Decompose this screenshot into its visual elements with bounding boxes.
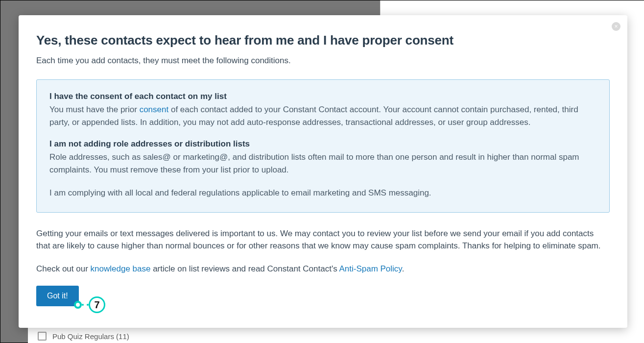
checkbox-icon[interactable] (38, 332, 47, 341)
consent-heading: I have the consent of each contact on my… (49, 92, 596, 101)
modal-subtitle: Each time you add contacts, they must me… (36, 56, 610, 66)
close-icon[interactable]: × (612, 22, 620, 31)
modal-title: Yes, these contacts expect to hear from … (36, 33, 610, 48)
consent-text-pre: You must have the prior (49, 105, 140, 114)
checkout-mid: article on list reviews and read Constan… (150, 264, 339, 273)
knowledge-base-link[interactable]: knowledge base (91, 264, 151, 273)
list-item-label: Pub Quiz Regulars (11) (52, 332, 129, 341)
anti-spam-policy-link[interactable]: Anti-Spam Policy (339, 264, 402, 273)
delivery-paragraph: Getting your emails or text messages del… (36, 227, 610, 252)
consent-paragraph: You must have the prior consent of each … (49, 103, 596, 128)
checkout-pre: Check out our (36, 264, 91, 273)
checkout-paragraph: Check out our knowledge base article on … (36, 263, 610, 275)
consent-info-box: I have the consent of each contact on my… (36, 79, 610, 213)
role-heading: I am not adding role addresses or distri… (49, 139, 596, 149)
role-paragraph: Role addresses, such as sales@ or market… (49, 151, 596, 176)
comply-paragraph: I am complying with all local and federa… (49, 187, 596, 199)
app-frame: Pub Quiz Regulars (11) × Yes, these cont… (0, 0, 644, 343)
list-item[interactable]: Pub Quiz Regulars (11) (28, 328, 381, 343)
got-it-button[interactable]: Got it! (36, 286, 79, 306)
checkout-post: . (402, 264, 405, 273)
consent-modal: × Yes, these contacts expect to hear fro… (19, 15, 627, 328)
consent-link[interactable]: consent (140, 105, 169, 114)
